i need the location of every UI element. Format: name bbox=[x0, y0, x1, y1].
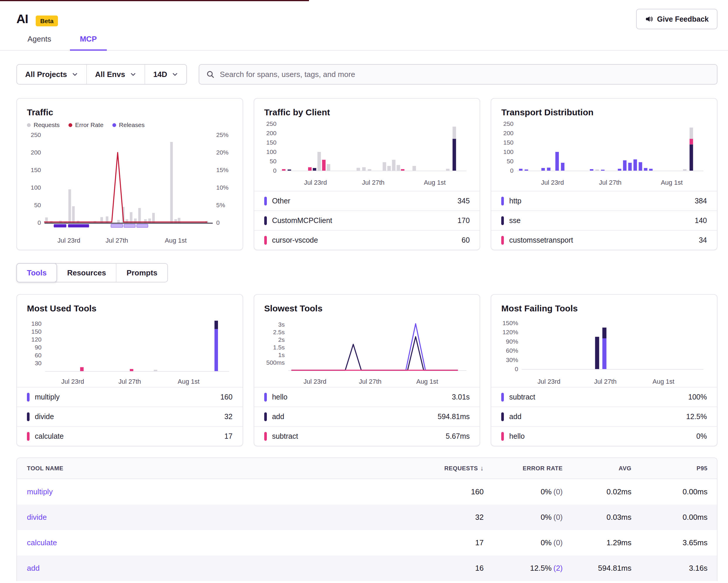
legend-row[interactable]: hello3.01s bbox=[254, 387, 480, 407]
requests-dot-icon bbox=[27, 123, 31, 127]
series-name: hello bbox=[272, 393, 452, 401]
search-input[interactable] bbox=[220, 70, 710, 79]
tab-agents[interactable]: Agents bbox=[18, 34, 61, 50]
svg-text:500ms: 500ms bbox=[266, 359, 285, 366]
series-value: 170 bbox=[458, 216, 470, 225]
tool-name-link[interactable]: calculate bbox=[27, 538, 57, 547]
series-color-swatch bbox=[501, 432, 504, 441]
table-row[interactable]: calculate170%(0)1.29ms3.65ms bbox=[17, 530, 717, 556]
failing-legend-list: subtract100%add12.5%hello0% bbox=[501, 387, 707, 446]
svg-text:200: 200 bbox=[31, 149, 41, 156]
series-value: 60 bbox=[462, 236, 470, 244]
series-color-swatch bbox=[501, 216, 504, 225]
series-value: 3.01s bbox=[452, 393, 470, 401]
most-used-tools-chart[interactable]: 306090120150180Jul 23rdJul 27thAug 1st bbox=[27, 316, 233, 386]
error-rate-cell: 0%(0) bbox=[484, 538, 563, 547]
legend-item-requests: Requests bbox=[27, 122, 60, 128]
most-failing-tools-card: Most Failing Tools 030%60%90%120%150%Jul… bbox=[491, 294, 718, 446]
legend-row[interactable]: customssetransport34 bbox=[491, 230, 717, 250]
traffic-by-client-chart[interactable]: 050100150200250Jul 23rdJul 27thAug 1st bbox=[264, 120, 470, 187]
daterange-filter-dropdown[interactable]: 14D bbox=[145, 65, 187, 84]
tool-name-link[interactable]: add bbox=[27, 564, 40, 573]
table-header-error-rate[interactable]: ERROR RATE bbox=[484, 465, 563, 472]
envs-filter-dropdown[interactable]: All Envs bbox=[86, 65, 145, 84]
error-count: (0) bbox=[553, 538, 563, 547]
slowest-tools-chart[interactable]: 500ms1s1.5s2s2.5s3sJul 23rdJul 27thAug 1… bbox=[264, 316, 470, 386]
table-header-p95[interactable]: P95 bbox=[631, 465, 707, 472]
svg-text:Jul 27th: Jul 27th bbox=[359, 378, 381, 385]
svg-text:Jul 27th: Jul 27th bbox=[106, 237, 128, 244]
legend-row[interactable]: cursor-vscode60 bbox=[254, 230, 480, 250]
table-header-tool-name[interactable]: TOOL NAME bbox=[27, 465, 408, 472]
legend-row[interactable]: subtract100% bbox=[491, 387, 717, 407]
traffic-chart[interactable]: 05010015020025005%10%15%20%25%Jul 23rdJu… bbox=[27, 130, 233, 245]
table-row[interactable]: divide320%(0)0.03ms0.00ms bbox=[17, 505, 717, 530]
projects-filter-dropdown[interactable]: All Projects bbox=[17, 65, 86, 84]
legend-row[interactable]: hello0% bbox=[491, 426, 717, 446]
legend-row[interactable]: subtract5.67ms bbox=[254, 426, 480, 446]
table-body: multiply1600%(0)0.02ms0.00msdivide320%(0… bbox=[17, 479, 717, 581]
legend-row[interactable]: add594.81ms bbox=[254, 407, 480, 426]
card-title: Traffic by Client bbox=[264, 107, 470, 117]
tab-mcp[interactable]: MCP bbox=[70, 34, 107, 51]
table-row[interactable]: multiply1600%(0)0.02ms0.00ms bbox=[17, 479, 717, 505]
series-color-swatch bbox=[27, 432, 30, 441]
legend-row[interactable]: http384 bbox=[491, 191, 717, 210]
legend-row[interactable]: CustomMCPClient170 bbox=[254, 210, 480, 230]
series-color-swatch bbox=[501, 236, 504, 245]
svg-text:50: 50 bbox=[269, 158, 276, 164]
legend-row[interactable]: add12.5% bbox=[491, 407, 717, 426]
legend-row[interactable]: divide32 bbox=[17, 407, 242, 426]
avg-cell: 594.81ms bbox=[563, 564, 631, 573]
give-feedback-button[interactable]: Give Feedback bbox=[636, 9, 718, 29]
tool-name-cell: calculate bbox=[27, 538, 408, 547]
legend-row[interactable]: Other345 bbox=[254, 191, 480, 210]
svg-text:100: 100 bbox=[503, 148, 514, 155]
svg-text:0: 0 bbox=[510, 167, 514, 174]
svg-text:150: 150 bbox=[31, 167, 41, 173]
legend-row[interactable]: sse140 bbox=[491, 210, 717, 230]
tab-tools[interactable]: Tools bbox=[17, 263, 57, 282]
svg-text:200: 200 bbox=[503, 130, 514, 136]
svg-text:150%: 150% bbox=[503, 320, 519, 326]
give-feedback-label: Give Feedback bbox=[657, 15, 709, 23]
series-color-swatch bbox=[264, 216, 267, 225]
tab-resources[interactable]: Resources bbox=[57, 264, 116, 282]
chevron-down-icon bbox=[130, 71, 136, 78]
table-row[interactable]: add1612.5%(2)594.81ms3.16s bbox=[17, 556, 717, 581]
svg-text:Aug 1st: Aug 1st bbox=[178, 378, 200, 385]
svg-text:20%: 20% bbox=[216, 149, 229, 156]
series-color-swatch bbox=[264, 432, 267, 441]
table-header-avg[interactable]: AVG bbox=[563, 465, 631, 472]
releases-dot-icon bbox=[112, 123, 116, 127]
series-name: http bbox=[509, 197, 695, 205]
legend-row[interactable]: multiply160 bbox=[17, 387, 242, 407]
svg-text:Jul 27th: Jul 27th bbox=[362, 179, 385, 186]
tab-prompts[interactable]: Prompts bbox=[116, 264, 167, 282]
series-color-swatch bbox=[264, 412, 267, 421]
series-value: 594.81ms bbox=[438, 412, 470, 421]
legend-row[interactable]: calculate17 bbox=[17, 426, 242, 446]
series-name: add bbox=[509, 412, 686, 421]
svg-text:Jul 23rd: Jul 23rd bbox=[304, 179, 327, 186]
svg-text:Jul 27th: Jul 27th bbox=[594, 378, 617, 385]
table-header-requests[interactable]: REQUESTS↓ bbox=[408, 464, 484, 472]
daterange-filter-label: 14D bbox=[153, 70, 167, 79]
tool-name-link[interactable]: multiply bbox=[27, 487, 53, 496]
series-name: sse bbox=[509, 216, 695, 225]
series-name: cursor-vscode bbox=[272, 236, 462, 244]
most-failing-tools-chart[interactable]: 030%60%90%120%150%Jul 23rdJul 27thAug 1s… bbox=[501, 316, 707, 386]
series-name: CustomMCPClient bbox=[272, 216, 458, 225]
traffic-chart-legend: Requests Error Rate Releases bbox=[27, 122, 233, 128]
svg-text:Jul 27th: Jul 27th bbox=[119, 378, 141, 385]
tool-name-link[interactable]: divide bbox=[27, 513, 47, 522]
slowest-legend-list: hello3.01sadd594.81mssubtract5.67ms bbox=[264, 387, 470, 446]
tool-name-cell: divide bbox=[27, 513, 408, 522]
svg-text:Jul 23rd: Jul 23rd bbox=[61, 378, 84, 385]
series-value: 5.67ms bbox=[446, 432, 470, 440]
error-count[interactable]: (2) bbox=[553, 564, 563, 573]
avg-cell: 0.03ms bbox=[563, 513, 631, 522]
card-title: Transport Distribution bbox=[501, 107, 707, 117]
svg-text:Jul 23rd: Jul 23rd bbox=[541, 179, 564, 186]
transport-distribution-chart[interactable]: 050100150200250Jul 23rdJul 27thAug 1st bbox=[501, 120, 707, 187]
